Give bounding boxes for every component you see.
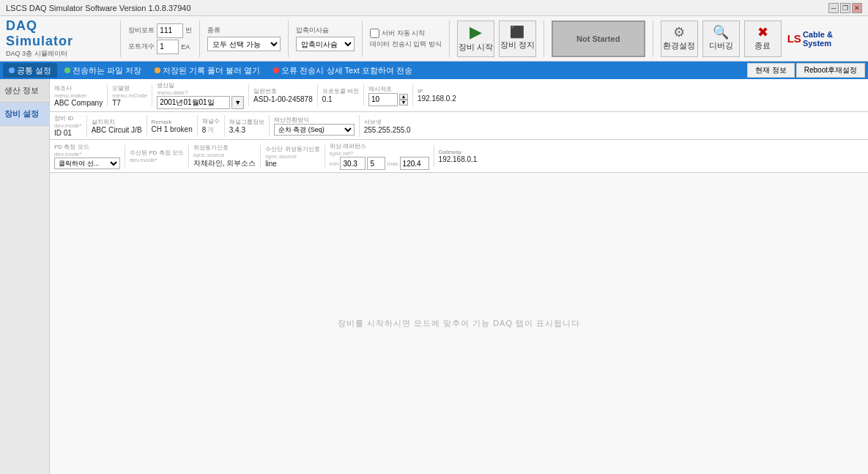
pd-mode-select[interactable]: 클릭하여 선...	[54, 158, 120, 169]
type-group: 종류 모두 선택 가능	[207, 26, 281, 51]
stop-label: 장비 정지	[500, 40, 535, 51]
tab-send-file[interactable]: 전송하는 파일 저장	[59, 63, 147, 78]
data-input-label: 데이터 전송시 입력 방식	[370, 40, 442, 49]
model-field: 모델명 menu.mCode T7	[112, 84, 147, 107]
port-unit: 번	[185, 26, 192, 35]
date-field: 생산일 menu.date? ▼	[157, 81, 244, 109]
restore-button[interactable]: ❐	[840, 3, 850, 13]
sync-ref-min-input[interactable]	[340, 157, 366, 170]
equip-id-field: 장비 ID dev.mode* ID 01	[54, 114, 82, 137]
auto-server-checkbox[interactable]	[370, 29, 379, 38]
ip-field: IP 192.168.0.2	[418, 88, 456, 103]
div15	[260, 145, 261, 167]
channel-count-value: 8	[202, 126, 207, 134]
debug-label: 디버깅	[709, 40, 733, 51]
recv-sync-value: line	[265, 160, 277, 168]
tab-error[interactable]: 오류 전송시 상세 Text 포함하여 전송	[267, 63, 418, 78]
sync-ref-val-input[interactable]	[367, 157, 385, 170]
restart-input[interactable]	[368, 93, 398, 106]
logo-sub: DAQ 3층 시뮬레이터	[6, 49, 67, 59]
sep1	[120, 21, 121, 57]
check-icon: ⚙	[673, 26, 685, 39]
sidebar-item-device[interactable]: 장비 설정	[0, 103, 49, 126]
close-button[interactable]: ✕	[852, 3, 862, 13]
port-sub-label: 포트개수	[128, 42, 155, 51]
type-select[interactable]: 모두 선택 가능	[207, 37, 281, 51]
current-info-button[interactable]: 현재 정보	[747, 63, 795, 78]
start-button[interactable]: ▶ 장비 시작	[457, 21, 494, 57]
sidebar-device-label: 장비 설정	[4, 109, 39, 118]
date-picker-button[interactable]: ▼	[231, 96, 244, 109]
div16	[324, 145, 325, 167]
window-controls: ─ ❐ ✕	[828, 3, 862, 13]
protocol-field: 프로토콜 버전 0.1	[322, 87, 359, 103]
gateway-field: Gateway 192.168.0.1	[439, 149, 478, 163]
maker-label: 제조사	[54, 84, 72, 92]
main-toolbar: DAQ Simulator DAQ 3층 시뮬레이터 장비포트 번 포트개수 E…	[0, 16, 868, 62]
sep6	[544, 21, 544, 57]
date-sub: menu.date?	[157, 89, 188, 96]
sync-source-label: 위성동기신호	[193, 144, 229, 152]
protocol-value: 0.1	[322, 95, 333, 103]
port-sub-unit: EA	[181, 43, 190, 51]
empty-state-message: 장비를 시작하시면 모드에 맞추어 기능 DAQ 탭이 표시됩니다	[338, 318, 580, 329]
div3	[248, 84, 249, 106]
div13	[125, 145, 125, 167]
debug-button[interactable]: 🔍 디버깅	[702, 21, 740, 57]
sync-ref-min-label: min	[330, 160, 339, 167]
gateway-label: Gateway	[439, 149, 462, 155]
remark-value: CH 1 broken	[152, 125, 193, 133]
serial-field: 일련번호 ASD-1-00-245878	[253, 87, 313, 103]
not-started-button: Not Started	[552, 21, 645, 57]
ip-label: IP	[418, 88, 423, 95]
remark-field: Remark CH 1 broken	[152, 119, 193, 133]
div8	[146, 115, 147, 137]
stop-button[interactable]: ⬛ 장비 정지	[499, 21, 536, 57]
pressure-select[interactable]: 압축미사슘	[296, 37, 355, 51]
brand-text: Cable & System	[803, 30, 862, 48]
date-input[interactable]	[157, 96, 230, 109]
sep2	[199, 21, 200, 57]
install-field: 설치위치 ABC Circuit J/B	[92, 118, 142, 134]
date-label: 생산일	[157, 81, 174, 89]
recv-sync-sub: sync.source	[265, 153, 297, 160]
recv-pd-sub: dev.mode*	[130, 157, 157, 163]
maker-field: 제조사 menu.maker ABC Company	[54, 84, 103, 107]
disaster-label: 재난전환방식	[274, 116, 309, 124]
subnet-field: 서브넷 255.255.255.0	[364, 118, 411, 134]
port-group: 장비포트 번 포트개수 EA	[128, 23, 192, 54]
subnet-label: 서브넷	[364, 118, 382, 126]
tab-send-file-label: 전송하는 파일 저장	[73, 65, 141, 76]
model-value: T7	[112, 99, 121, 107]
sync-source-value: 자체라인, 외부소스	[193, 158, 256, 169]
restart-up-button[interactable]: ▲	[399, 94, 408, 100]
recv-pd-label: 수신된 PD 측정 모드	[130, 149, 184, 157]
pressure-label: 압축미사슘	[296, 26, 329, 35]
sync-ref-max-label: max	[387, 160, 398, 167]
gateway-value: 192.168.0.1	[439, 155, 478, 163]
check-button[interactable]: ⚙ 환경설정	[661, 21, 698, 57]
recv-pd-field: 수신된 PD 측정 모드 dev.mode*	[130, 149, 184, 163]
restart-label: 재시작초	[368, 85, 392, 93]
sync-ref-field: 위상 레퍼런스 sync.ref? min max	[330, 142, 429, 170]
maker-value: ABC Company	[54, 99, 103, 107]
port-input[interactable]	[157, 23, 183, 38]
tab-common[interactable]: 공통 설정	[3, 63, 57, 78]
sync-ref-max-input[interactable]	[400, 157, 429, 170]
pd-mode-field: PD 측정 모드 dev.mode* 클릭하여 선...	[54, 143, 120, 169]
tab-log[interactable]: 저장된 기록 폴더 불러 열기	[149, 63, 266, 78]
minimize-button[interactable]: ─	[828, 3, 839, 13]
recv-sync-label: 수신단 위성동기신호	[265, 145, 319, 153]
empty-state: 장비를 시작하시면 모드에 맞추어 기능 DAQ 탭이 표시됩니다	[50, 173, 868, 474]
sep7	[653, 21, 653, 57]
model-label: 모델명	[112, 84, 130, 92]
sidebar-item-production[interactable]: 생산 정보	[0, 79, 49, 103]
play-icon: ▶	[470, 24, 482, 40]
port-sub-input[interactable]	[157, 40, 179, 54]
exit-button[interactable]: ✖ 종료	[744, 21, 782, 57]
restart-down-button[interactable]: ▼	[399, 100, 408, 105]
channel-count-field: 채널수 8 개	[202, 117, 220, 135]
disaster-select[interactable]: 순차 측경 (Seq)	[274, 124, 355, 136]
reboot-button[interactable]: Reboot후재설정	[796, 63, 865, 78]
tab-common-dot	[9, 67, 15, 73]
